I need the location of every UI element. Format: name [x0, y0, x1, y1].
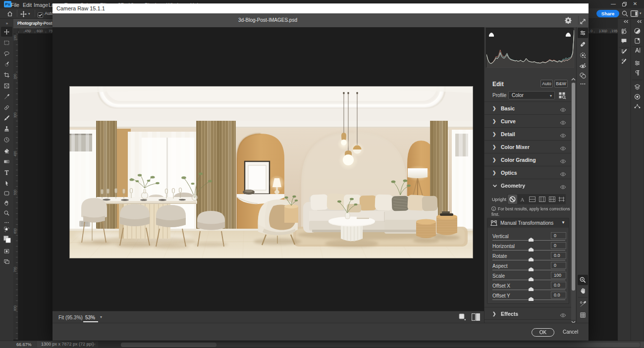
upright-auto-button[interactable]: A [518, 195, 527, 204]
zoom-level-button[interactable]: 53% [85, 315, 95, 320]
share-button[interactable]: Share [596, 10, 619, 17]
upright-full-button[interactable] [547, 195, 557, 204]
tool-move-icon[interactable] [1, 27, 12, 37]
slider-value-input[interactable]: 100 [551, 272, 566, 279]
restore-button[interactable] [618, 0, 630, 8]
zoom-chevron-icon[interactable]: ▾ [100, 315, 102, 319]
crw-tool-grid-overlay-icon[interactable] [578, 310, 588, 320]
eye-icon[interactable] [560, 131, 566, 140]
slider-thumb[interactable] [529, 287, 534, 291]
home-icon[interactable] [7, 10, 13, 19]
tool-eraser-icon[interactable] [1, 146, 12, 155]
status-zoom-level[interactable]: 66.67% [16, 342, 32, 347]
eye-icon[interactable] [560, 170, 566, 179]
slider-thumb[interactable] [529, 277, 534, 281]
panel-character-icon[interactable] [631, 45, 644, 55]
collapse-triangle-icon[interactable]: ▼ [561, 220, 565, 225]
section-basic[interactable]: ❯Basic [484, 102, 571, 115]
section-color-grading[interactable]: ❯Color Grading [484, 153, 571, 166]
crw-tool-masking-icon[interactable] [578, 50, 588, 60]
eye-icon[interactable] [560, 105, 566, 114]
tool-swap-colors-icon[interactable] [1, 224, 12, 234]
tool-type-icon[interactable] [1, 167, 12, 177]
preview-settings-icon[interactable] [459, 313, 466, 322]
dialog-expand-icon[interactable] [580, 18, 586, 27]
horizontal-scrollbar[interactable] [121, 343, 640, 347]
histogram[interactable] [486, 28, 574, 67]
tool-path-select-icon[interactable] [1, 178, 12, 188]
crw-tool-red-eye-icon[interactable] [578, 61, 588, 71]
crw-tool-hand-tool-icon[interactable] [578, 286, 588, 296]
ok-button[interactable]: OK [532, 328, 554, 337]
upright-off-button[interactable] [508, 195, 517, 204]
slider-thumb[interactable] [529, 297, 534, 301]
panel-libraries-icon[interactable] [631, 36, 644, 46]
horizontal-scrollbar-thumb[interactable] [121, 343, 216, 347]
panel-brushes-icon[interactable] [618, 56, 630, 66]
move-tool-chevron-icon[interactable]: ▾ [28, 12, 30, 16]
eye-icon[interactable] [560, 144, 566, 153]
profile-select[interactable]: Color ▾ [508, 91, 555, 99]
menu-file[interactable]: File [11, 0, 19, 8]
panel-layers-icon[interactable] [631, 82, 644, 92]
section-detail[interactable]: ❯Detail [484, 128, 571, 141]
slider-value-input[interactable]: 0.0 [551, 282, 566, 289]
move-tool-icon[interactable] [20, 10, 27, 19]
eye-icon[interactable] [560, 157, 566, 166]
close-button[interactable]: ✕ [629, 0, 641, 8]
tool-gradient-icon[interactable] [1, 156, 12, 166]
tool-lasso-icon[interactable] [1, 49, 12, 58]
dialog-title-bar[interactable]: Camera Raw 15.1.1 [53, 3, 589, 13]
tool-frame-icon[interactable] [1, 81, 12, 91]
panel-adjustments-icon[interactable] [631, 26, 644, 36]
preferences-gear-icon[interactable] [565, 17, 572, 26]
slider-value-input[interactable]: 0 [551, 232, 566, 239]
upright-vertical-button[interactable] [537, 195, 547, 204]
tool-brush-icon[interactable] [1, 113, 12, 123]
tool-hand-icon[interactable] [1, 198, 12, 208]
panel-paragraph-icon[interactable] [631, 68, 644, 78]
tool-quick-select-icon[interactable] [1, 59, 12, 69]
panel-comments-icon[interactable] [618, 36, 630, 46]
tool-eyedropper-icon[interactable] [1, 92, 12, 101]
eye-icon[interactable] [560, 118, 566, 127]
before-after-view-icon[interactable] [472, 313, 480, 322]
profile-browser-icon[interactable] [559, 92, 566, 101]
auto-button[interactable]: Auto [540, 80, 553, 88]
slider-thumb[interactable] [529, 238, 534, 242]
tool-marquee-icon[interactable] [1, 38, 12, 48]
panel-properties-icon[interactable] [631, 58, 644, 68]
geometry-header[interactable]: Geometry [484, 179, 571, 193]
crw-tool-more-options-icon[interactable] [578, 79, 588, 89]
tool-screen-mode-icon[interactable] [1, 256, 12, 266]
workspace-chevron-icon[interactable]: ▾ [640, 11, 642, 15]
crw-tool-edit-sliders-icon[interactable] [578, 28, 588, 38]
slider-value-input[interactable]: 0 [551, 262, 566, 269]
slider-thumb[interactable] [529, 267, 534, 271]
slider-value-input[interactable]: 0.0 [551, 252, 566, 259]
collapse-panels-icon[interactable] [637, 20, 642, 24]
tool-color-swatches-icon[interactable] [1, 234, 12, 244]
status-arrow-left[interactable]: ‹ [94, 342, 96, 347]
eye-icon[interactable] [560, 183, 566, 192]
tool-healing-icon[interactable] [1, 102, 12, 112]
highlight-clipping-icon[interactable] [565, 30, 571, 34]
panel-brush-settings-icon[interactable] [618, 47, 630, 56]
slider-value-input[interactable]: 0 [551, 242, 566, 249]
section-color-mixer[interactable]: ❯Color Mixer [484, 141, 571, 153]
shadow-clipping-icon[interactable] [488, 30, 494, 34]
menu-image[interactable]: Image [34, 0, 48, 8]
collapse-panels-icon[interactable] [623, 20, 629, 24]
tool-crop-icon[interactable] [1, 70, 12, 80]
section-curve[interactable]: ❯Curve [484, 115, 571, 128]
workspace-icon[interactable] [631, 10, 638, 19]
panel-histogram-panel-icon[interactable] [618, 26, 630, 36]
tool-shape-icon[interactable] [1, 188, 12, 198]
panel-channels-icon[interactable] [631, 92, 644, 101]
fit-zoom-button[interactable]: Fit (95.3%) [58, 315, 83, 320]
preview-image[interactable] [69, 86, 473, 258]
section-optics[interactable]: ❯Optics [484, 166, 571, 179]
manual-transformations-header[interactable]: Manual Transformations ▼ [487, 218, 569, 228]
tool-history-brush-icon[interactable] [1, 135, 12, 145]
status-arrow-right[interactable]: › [87, 342, 89, 347]
